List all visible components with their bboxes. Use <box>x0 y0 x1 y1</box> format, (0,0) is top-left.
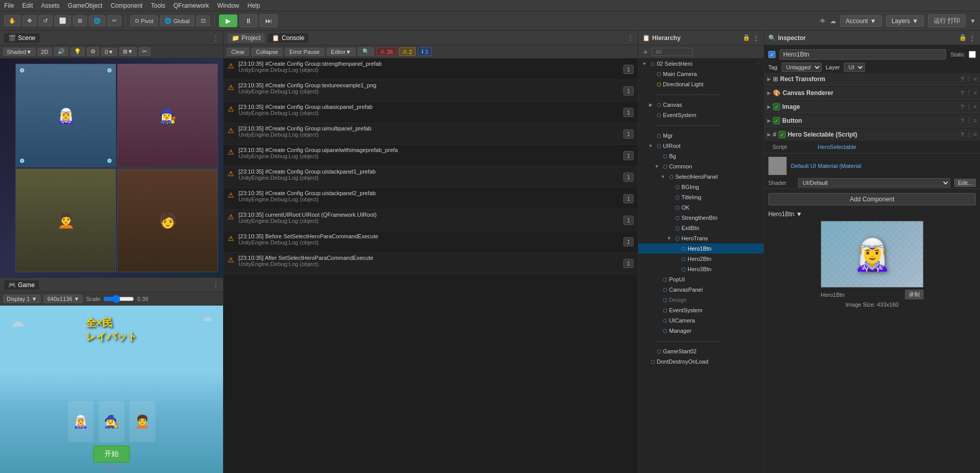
tag-select[interactable]: Untagged <box>782 63 822 72</box>
hierarchy-item-5[interactable]: ────────────────── <box>638 120 764 130</box>
console-panel-more[interactable]: ⋮ <box>627 34 634 42</box>
hierarchy-item-19[interactable]: ⬡ Hero3Btn <box>638 264 764 274</box>
gizmos-button[interactable]: 0▼ <box>101 48 117 56</box>
hierarchy-item-0[interactable]: ⬡ Main Camera <box>638 69 764 79</box>
console-entry-6[interactable]: ⚠ [23:10:35] #Create Config Group:uistac… <box>224 188 638 210</box>
grid-scene-button[interactable]: ⊞▼ <box>119 47 137 56</box>
canvas-renderer-menu-icon[interactable]: ⋮ <box>966 90 972 97</box>
menu-qframework[interactable]: QFramework <box>173 2 209 9</box>
hierarchy-item-3[interactable]: ▶ ⬡ Canvas <box>638 100 764 110</box>
scene-tab[interactable]: 🎬 Scene <box>4 33 40 43</box>
hierarchy-item-17[interactable]: ⬡ Hero1Btn <box>638 243 764 254</box>
2d-button[interactable]: 2D <box>38 48 52 56</box>
button-enabled-toggle[interactable]: ✓ <box>773 117 780 124</box>
scale-slider[interactable] <box>103 295 134 303</box>
rect-tool-button[interactable]: ⊞ <box>73 15 87 26</box>
hierarchy-item-10[interactable]: ▼ ⬡ SelectHeroPanel <box>638 172 764 182</box>
canvas-renderer-help-icon[interactable]: ? <box>960 90 964 97</box>
shaded-dropdown[interactable]: Shaded▼ <box>3 48 35 56</box>
console-entry-0[interactable]: ⚠ [23:10:35] #Create Config Group:streng… <box>224 59 638 80</box>
menu-window[interactable]: Window <box>217 2 239 9</box>
scene-cut-button[interactable]: ✂ <box>139 47 151 56</box>
game-tab[interactable]: 🎮 Game <box>4 280 39 290</box>
resolution-dropdown[interactable]: 640x1136 ▼ <box>44 295 83 303</box>
menu-assets[interactable]: Assets <box>41 2 60 9</box>
hero-selectable-help-icon[interactable]: ? <box>960 131 964 138</box>
button-settings-icon[interactable]: = <box>974 118 977 124</box>
clear-button[interactable]: Clear <box>227 48 249 56</box>
lighting-toggle[interactable]: 💡 <box>70 47 85 56</box>
hierarchy-item-24[interactable]: ⬡ UICamera <box>638 315 764 326</box>
info-badge[interactable]: ℹ 3 <box>418 47 432 56</box>
console-entry-3[interactable]: ⚠ [23:10:35] #Create Config Group:uimult… <box>224 123 638 145</box>
hierarchy-content[interactable]: ▼ ⬡ 02 SelectHero ⋮ ⬡ Main Camera ⬡ Dire… <box>638 59 764 473</box>
rect-transform-menu-icon[interactable]: ⋮ <box>966 76 972 83</box>
image-enabled-toggle[interactable]: ✓ <box>773 103 780 110</box>
object-name-input[interactable] <box>780 49 946 60</box>
hierarchy-item-8[interactable]: ⬡ Bg <box>638 151 764 161</box>
hero-selectable-menu-icon[interactable]: ⋮ <box>966 131 972 138</box>
menu-component[interactable]: Component <box>110 2 142 9</box>
handle-tr[interactable] <box>107 68 112 72</box>
canvas-renderer-header[interactable]: ▶ 🎨 Canvas Renderer ? ⋮ = <box>764 87 980 99</box>
hierarchy-item-6[interactable]: ⬡ Mgr <box>638 130 764 141</box>
hierarchy-item-26[interactable]: ────────────────── <box>638 336 764 346</box>
play-button[interactable]: ▶ <box>219 14 237 27</box>
handle-bl[interactable] <box>20 159 24 163</box>
run-print-button[interactable]: 运行 打印 <box>928 14 966 27</box>
hierarchy-add-button[interactable]: + <box>641 48 650 56</box>
console-entry-2[interactable]: ⚠ [23:10:35] #Create Config Group:uibasi… <box>224 102 638 123</box>
hierarchy-item-9[interactable]: ▼ ⬡ Common <box>638 161 764 172</box>
edit-shader-button[interactable]: Edit... <box>954 179 976 187</box>
hierarchy-more-icon[interactable]: ⋮ <box>752 34 760 42</box>
button-header[interactable]: ▶ ✓ Button ? ⋮ = <box>764 115 980 127</box>
console-entry-9[interactable]: ⚠ [23:10:35] After SetSelectHeroParaComm… <box>224 253 638 274</box>
hierarchy-item-7[interactable]: ▼ ⬡ UIRoot <box>638 141 764 151</box>
add-component-button[interactable]: Add Component <box>768 193 976 205</box>
error-badge[interactable]: ⚠ 26 <box>376 47 396 56</box>
hero-selectable-header[interactable]: ▶ # ✓ Hero Selectable (Script) ? ⋮ = <box>764 128 980 141</box>
account-button[interactable]: Account ▼ <box>840 15 882 27</box>
hierarchy-item-28[interactable]: ⬡ DontDestroyOnLoad <box>638 356 764 367</box>
inspector-more-icon[interactable]: ⋮ <box>969 34 976 42</box>
console-entry-7[interactable]: ⚠ [23:10:35] currentUIRoot:UIRoot (QFram… <box>224 210 638 231</box>
inspector-lock-icon[interactable]: 🔒 <box>959 34 967 42</box>
layers-button[interactable]: Layers ▼ <box>886 15 924 27</box>
hierarchy-item-16[interactable]: ▼ ⬡ HeroTrans <box>638 233 764 243</box>
canvas-renderer-settings-icon[interactable]: = <box>974 90 977 97</box>
hierarchy-item-22[interactable]: ⬡ Design <box>638 295 764 305</box>
hierarchy-item-21[interactable]: ⬡ CanvasPanel <box>638 285 764 295</box>
hierarchy-item-11[interactable]: ⬡ BGImg <box>638 182 764 192</box>
game-panel-more[interactable]: ⋮ <box>213 281 219 289</box>
step-button[interactable]: ⏭ <box>260 14 278 27</box>
hero1btn-dropdown[interactable]: Hero1Btn ▼ <box>764 210 980 219</box>
script-link[interactable]: HeroSelectable <box>818 144 856 150</box>
hand-tool-button[interactable]: ✋ <box>4 15 21 26</box>
handle-tl[interactable] <box>20 68 24 72</box>
hierarchy-item-12[interactable]: ⬡ TitleImg <box>638 192 764 202</box>
rect-transform-help-icon[interactable]: ? <box>960 76 964 83</box>
pivot-button[interactable]: ⊙ Pivot <box>130 15 158 26</box>
hierarchy-item-27[interactable]: ⬡ GameStart02 <box>638 346 764 356</box>
record-button[interactable]: 录制 <box>905 290 923 299</box>
hierarchy-item-1[interactable]: ⬡ Directional Light <box>638 79 764 89</box>
scale-tool-button[interactable]: ⬜ <box>54 15 71 26</box>
image-help-icon[interactable]: ? <box>960 104 964 110</box>
hierarchy-item-20[interactable]: ⬡ PopUI <box>638 274 764 285</box>
hierarchy-item-4[interactable]: ⬡ EventSystem <box>638 110 764 120</box>
handle-br[interactable] <box>107 159 112 163</box>
button-menu-icon[interactable]: ⋮ <box>966 118 972 124</box>
editor-dropdown[interactable]: Editor▼ <box>326 48 356 56</box>
console-entry-1[interactable]: ⚠ [23:10:35] #Create Config Group:textur… <box>224 80 638 102</box>
hierarchy-item-18[interactable]: ⬡ Hero2Btn <box>638 254 764 264</box>
menu-tools[interactable]: Tools <box>151 2 165 9</box>
grid-button[interactable]: ⊡ <box>196 15 210 26</box>
hierarchy-search-input[interactable] <box>652 48 693 56</box>
fx-toggle[interactable]: ⚙ <box>87 47 99 56</box>
hierarchy-root[interactable]: ▼ ⬡ 02 SelectHero ⋮ <box>638 59 764 69</box>
hierarchy-item-23[interactable]: ⬡ EventSystem <box>638 305 764 315</box>
button-help-icon[interactable]: ? <box>960 118 964 124</box>
hierarchy-item-13[interactable]: ⬡ OK <box>638 202 764 213</box>
hierarchy-item-15[interactable]: ⬡ ExitBtn <box>638 223 764 233</box>
menu-edit[interactable]: Edit <box>22 2 33 9</box>
